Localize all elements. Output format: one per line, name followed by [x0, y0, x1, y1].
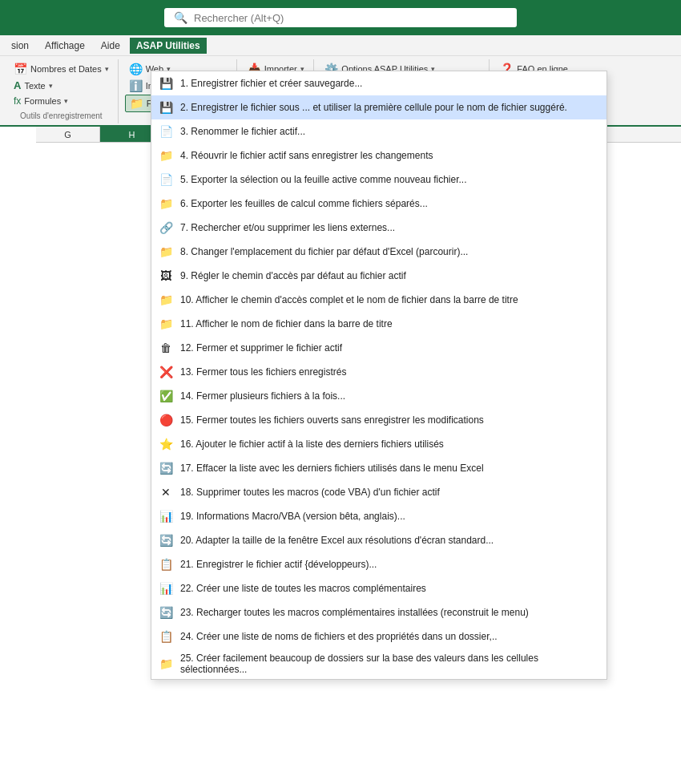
- menu-item-icon-20: 🔄: [158, 532, 174, 548]
- menu-item-text-11: 11. Afficher le nom de fichier dans la b…: [180, 318, 597, 329]
- menu-item-text-12: 12. Fermer et supprimer le fichier actif: [180, 342, 597, 354]
- menu-item-icon-18: ✕: [158, 484, 174, 500]
- btn-formules-label: Formules: [24, 96, 61, 106]
- formules-arrow: ▾: [64, 97, 68, 105]
- menu-item-text-4: 4. Réouvrir le fichier actif sans enregi…: [180, 150, 597, 161]
- menu-item-text-20: 20. Adapter la taille de la fenêtre Exce…: [180, 535, 597, 546]
- menu-item-16[interactable]: ⭐16. Ajouter le fichier actif à la liste…: [151, 432, 606, 456]
- menu-item-text-16: 16. Ajouter le fichier actif à la liste …: [180, 438, 597, 450]
- menu-item-icon-5: 📄: [158, 172, 174, 188]
- menu-item-icon-8: 📁: [158, 244, 174, 260]
- menu-item-text-23: 23. Recharger toutes les macros compléme…: [180, 607, 597, 618]
- menu-item-icon-16: ⭐: [158, 436, 174, 452]
- menu-item-text-21: 21. Enregistrer le fichier actif {dévelo…: [180, 559, 597, 570]
- menu-item-text-22: 22. Créer une liste de toutes les macros…: [180, 583, 597, 594]
- menu-item-text-10: 10. Afficher le chemin d'accès complet e…: [180, 294, 597, 305]
- menu-item-text-18: 18. Supprimer toutes les macros (code VB…: [180, 487, 597, 498]
- menu-item-2[interactable]: 💾2. Enregistrer le fichier sous ... et u…: [151, 95, 606, 119]
- menu-item-icon-23: 🔄: [158, 604, 174, 620]
- menu-item-text-6: 6. Exporter les feuilles de calcul comme…: [180, 198, 597, 209]
- menu-item-text-5: 5. Exporter la sélection ou la feuille a…: [180, 174, 597, 185]
- menu-item-text-25: 25. Créer facilement beaucoup de dossier…: [180, 653, 597, 675]
- menu-item-text-15: 15. Fermer toutes les fichiers ouverts s…: [180, 414, 597, 426]
- menu-item-19[interactable]: 📊19. Informations Macro/VBA (version bêt…: [151, 504, 606, 528]
- fichier-dropdown: 💾1. Enregistrer fichier et créer sauvega…: [151, 71, 607, 680]
- menu-item-icon-7: 🔗: [158, 220, 174, 236]
- btn-nombres-dates[interactable]: 📅 Nombres et Dates ▾: [10, 61, 113, 77]
- texte-arrow: ▾: [49, 82, 53, 90]
- menu-item-text-14: 14. Fermer plusieurs fichiers à la fois.…: [180, 390, 597, 402]
- menu-item-icon-10: 📁: [158, 292, 174, 308]
- outils-label: Outils d'enregistrement: [10, 108, 113, 120]
- menu-item-8[interactable]: 📁8. Changer l'emplacement du fichier par…: [151, 240, 606, 264]
- menu-item-1[interactable]: 💾1. Enregistrer fichier et créer sauvega…: [151, 71, 606, 95]
- menu-item-11[interactable]: 📁11. Afficher le nom de fichier dans la …: [151, 312, 606, 336]
- menu-item-icon-24: 📋: [158, 628, 174, 645]
- menu-item-24[interactable]: 📋24. Créer une liste de noms de fichiers…: [151, 624, 606, 649]
- menu-item-text-24: 24. Créer une liste de noms de fichiers …: [180, 631, 597, 642]
- menu-item-icon-17: 🔄: [158, 460, 174, 476]
- menu-item-text-9: 9. Régler le chemin d'accès par défaut a…: [180, 270, 597, 281]
- menu-item-icon-25: 📁: [158, 656, 174, 672]
- menu-item-22[interactable]: 📊22. Créer une liste de toutes les macro…: [151, 576, 606, 600]
- menu-item-12[interactable]: 🗑12. Fermer et supprimer le fichier acti…: [151, 336, 606, 360]
- menu-item-7[interactable]: 🔗7. Rechercher et/ou supprimer les liens…: [151, 216, 606, 240]
- outils-buttons: 📅 Nombres et Dates ▾ A Texte ▾ fx Formul…: [10, 61, 113, 108]
- menu-item-10[interactable]: 📁10. Afficher le chemin d'accès complet …: [151, 288, 606, 312]
- menu-item-icon-14: ✅: [158, 388, 174, 404]
- menu-item-icon-9: 🖼: [158, 268, 174, 284]
- btn-formules[interactable]: fx Formules ▾: [10, 94, 113, 108]
- btn-texte-label: Texte: [24, 81, 45, 91]
- numbers-icon: 📅: [14, 63, 27, 75]
- fichier-icon: 📁: [130, 97, 143, 110]
- menu-item-icon-4: 📁: [158, 148, 174, 164]
- menu-item-icon-13: ❌: [158, 364, 174, 380]
- formules-icon: fx: [14, 95, 21, 107]
- col-header-g: G: [36, 127, 100, 142]
- menu-item-text-2: 2. Enregistrer le fichier sous ... et ut…: [180, 102, 597, 113]
- menu-item-affichage[interactable]: Affichage: [38, 38, 91, 54]
- menu-item-icon-2: 💾: [158, 99, 174, 115]
- menu-item-icon-19: 📊: [158, 508, 174, 524]
- menu-item-20[interactable]: 🔄20. Adapter la taille de la fenêtre Exc…: [151, 528, 606, 552]
- menu-item-aide[interactable]: Aide: [95, 38, 127, 54]
- menu-item-text-3: 3. Renommer le fichier actif...: [180, 126, 597, 137]
- menu-item-5[interactable]: 📄5. Exporter la sélection ou la feuille …: [151, 168, 606, 192]
- menu-item-23[interactable]: 🔄23. Recharger toutes les macros complém…: [151, 600, 606, 624]
- text-icon: A: [14, 79, 21, 91]
- btn-nombres-label: Nombres et Dates: [30, 64, 102, 74]
- menu-item-icon-1: 💾: [158, 75, 174, 91]
- menu-item-21[interactable]: 📋21. Enregistrer le fichier actif {dével…: [151, 552, 606, 576]
- menu-item-icon-12: 🗑: [158, 340, 174, 356]
- menu-item-25[interactable]: 📁25. Créer facilement beaucoup de dossie…: [151, 649, 606, 679]
- menu-item-18[interactable]: ✕18. Supprimer toutes les macros (code V…: [151, 480, 606, 504]
- menu-item-icon-11: 📁: [158, 316, 174, 332]
- menu-item-text-13: 13. Fermer tous les fichiers enregistrés: [180, 366, 597, 378]
- search-wrapper: 🔍: [164, 8, 517, 27]
- menu-item-text-19: 19. Informations Macro/VBA (version bêta…: [180, 511, 597, 522]
- menu-item-asap[interactable]: ASAP Utilities: [130, 38, 207, 54]
- menu-item-4[interactable]: 📁4. Réouvrir le fichier actif sans enreg…: [151, 143, 606, 168]
- info-icon: ℹ️: [129, 79, 143, 92]
- menu-item-icon-21: 📋: [158, 556, 174, 572]
- menu-item-9[interactable]: 🖼9. Régler le chemin d'accès par défaut …: [151, 264, 606, 288]
- menu-bar: sion Affichage Aide ASAP Utilities: [0, 35, 681, 56]
- menu-item-text-8: 8. Changer l'emplacement du fichier par …: [180, 246, 597, 257]
- menu-item-text-7: 7. Rechercher et/ou supprimer les liens …: [180, 222, 597, 233]
- ribbon-group-outils: 📅 Nombres et Dates ▾ A Texte ▾ fx Formul…: [5, 59, 119, 123]
- search-icon: 🔍: [174, 11, 187, 24]
- menu-item-13[interactable]: ❌13. Fermer tous les fichiers enregistré…: [151, 360, 606, 384]
- nombres-arrow: ▾: [105, 65, 109, 73]
- menu-item-14[interactable]: ✅14. Fermer plusieurs fichiers à la fois…: [151, 384, 606, 408]
- search-input[interactable]: [194, 12, 507, 24]
- menu-item-15[interactable]: 🔴15. Fermer toutes les fichiers ouverts …: [151, 408, 606, 432]
- menu-item-sion[interactable]: sion: [5, 38, 35, 54]
- menu-item-3[interactable]: 📄3. Renommer le fichier actif...: [151, 119, 606, 143]
- menu-item-icon-6: 📁: [158, 196, 174, 212]
- search-bar: 🔍: [0, 0, 681, 35]
- menu-item-17[interactable]: 🔄17. Effacer la liste avec les derniers …: [151, 456, 606, 480]
- menu-item-6[interactable]: 📁6. Exporter les feuilles de calcul comm…: [151, 192, 606, 216]
- menu-item-text-17: 17. Effacer la liste avec les derniers f…: [180, 463, 597, 474]
- web-icon: 🌐: [129, 63, 143, 75]
- btn-texte[interactable]: A Texte ▾: [10, 78, 113, 93]
